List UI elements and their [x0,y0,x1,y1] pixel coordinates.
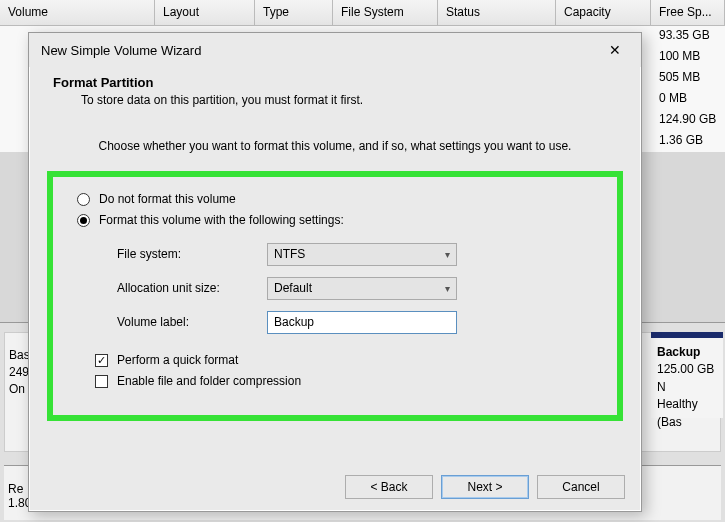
input-value: Backup [274,315,314,329]
instruction-text: Choose whether you want to format this v… [29,121,641,165]
close-button[interactable]: ✕ [597,38,633,62]
radio-icon [77,214,90,227]
compression-checkbox[interactable]: Enable file and folder compression [95,374,603,388]
back-button[interactable]: < Back [345,475,433,499]
select-value: NTFS [274,247,305,261]
chevron-down-icon: ▾ [445,249,450,260]
col-free[interactable]: Free Sp... [651,0,725,25]
radio-label: Format this volume with the following se… [99,213,344,227]
partition-status: Healthy (Bas [657,396,717,431]
cancel-button[interactable]: Cancel [537,475,625,499]
col-layout[interactable]: Layout [155,0,255,25]
chevron-down-icon: ▾ [445,283,450,294]
partition-name: Backup [657,344,717,361]
allocation-unit-select[interactable]: Default ▾ [267,277,457,300]
volume-label-input[interactable]: Backup [267,311,457,334]
filesystem-select[interactable]: NTFS ▾ [267,243,457,266]
dialog-title: New Simple Volume Wizard [41,43,597,58]
col-status[interactable]: Status [438,0,556,25]
select-value: Default [274,281,312,295]
filesystem-label: File system: [117,247,267,261]
new-volume-wizard-dialog: New Simple Volume Wizard ✕ Format Partit… [28,32,642,512]
disk-table-header: Volume Layout Type File System Status Ca… [0,0,725,26]
free-cell: 93.35 GB [651,26,725,47]
partition-size: 125.00 GB N [657,361,717,396]
free-cell: 0 MB [651,89,725,110]
page-subheader: To store data on this partition, you mus… [81,93,617,107]
checkbox-icon [95,375,108,388]
radio-icon [77,193,90,206]
quick-format-checkbox[interactable]: ✓ Perform a quick format [95,353,603,367]
col-capacity[interactable]: Capacity [556,0,651,25]
free-cell: 100 MB [651,47,725,68]
radio-format-with-settings[interactable]: Format this volume with the following se… [77,213,603,227]
radio-label: Do not format this volume [99,192,236,206]
next-button[interactable]: Next > [441,475,529,499]
format-options-group: Do not format this volume Format this vo… [47,171,623,421]
partition-backup[interactable]: Backup 125.00 GB N Healthy (Bas [651,332,723,418]
checkbox-label: Enable file and folder compression [117,374,301,388]
free-cell: 1.36 GB [651,131,725,152]
checkbox-icon: ✓ [95,354,108,367]
free-cell: 124.90 GB [651,110,725,131]
col-type[interactable]: Type [255,0,333,25]
volume-label-label: Volume label: [117,315,267,329]
titlebar[interactable]: New Simple Volume Wizard ✕ [29,33,641,67]
allocation-unit-label: Allocation unit size: [117,281,267,295]
close-icon: ✕ [609,42,621,58]
col-volume[interactable]: Volume [0,0,155,25]
page-header: Format Partition [53,75,617,90]
free-cell: 505 MB [651,68,725,89]
radio-no-format[interactable]: Do not format this volume [77,192,603,206]
col-filesystem[interactable]: File System [333,0,438,25]
checkbox-label: Perform a quick format [117,353,238,367]
